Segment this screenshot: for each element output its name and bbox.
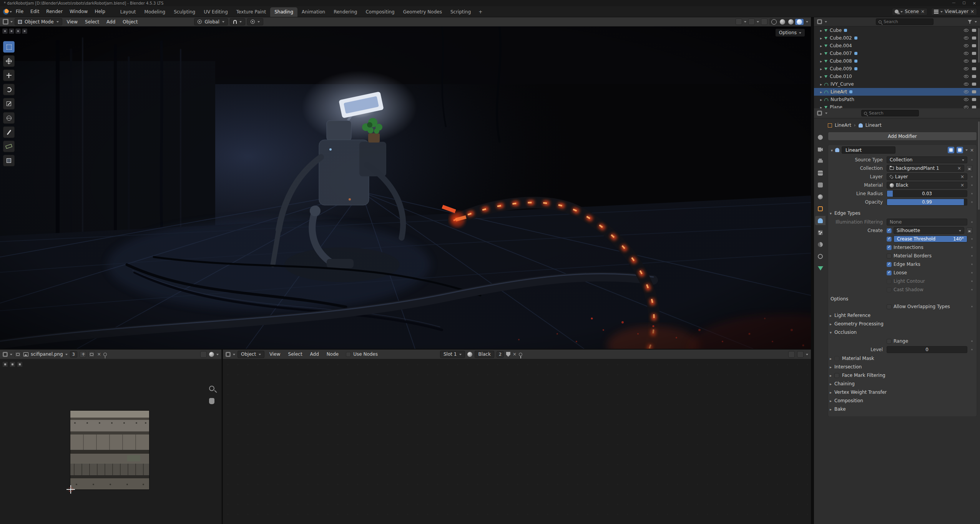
- expand-arrow-icon[interactable]: [820, 97, 822, 102]
- eye-icon[interactable]: [964, 67, 968, 70]
- animate-dot-icon[interactable]: [971, 264, 973, 265]
- open-image-button[interactable]: [88, 351, 95, 358]
- eye-icon[interactable]: [964, 83, 968, 86]
- image-editor-caret-icon[interactable]: [10, 354, 12, 357]
- eye-icon[interactable]: [964, 52, 968, 55]
- outliner-scrollbar[interactable]: [978, 28, 980, 63]
- section-geometry-processing[interactable]: Geometry Processing: [828, 320, 977, 328]
- viewport-menu-select[interactable]: Select: [82, 18, 102, 25]
- animate-dot-icon[interactable]: [971, 184, 973, 186]
- properties-search-input[interactable]: [869, 111, 916, 116]
- show-overlays-button[interactable]: [748, 18, 755, 25]
- expand-arrow-icon[interactable]: [820, 66, 822, 71]
- viewport-toggle-button[interactable]: [9, 28, 14, 34]
- intersections-checkbox[interactable]: [887, 245, 892, 250]
- close-button[interactable]: [973, 1, 976, 6]
- tool-transform-button[interactable]: [3, 112, 15, 124]
- tool-annotate-button[interactable]: [3, 126, 15, 138]
- shading-material-button[interactable]: [787, 19, 795, 25]
- scene-browse-caret-icon[interactable]: [900, 11, 903, 14]
- crease-threshold-slider[interactable]: Crease Threshold140°: [894, 235, 967, 242]
- tool-add-cube-button[interactable]: [3, 155, 15, 166]
- snap-node-button[interactable]: [788, 351, 795, 358]
- outliner-search[interactable]: [876, 18, 933, 25]
- shader-type-dropdown[interactable]: Object: [238, 351, 264, 358]
- animate-dot-icon[interactable]: [971, 306, 973, 307]
- editor-type-caret-icon[interactable]: [10, 21, 13, 24]
- animate-dot-icon[interactable]: [971, 255, 973, 257]
- silhouette-checkbox[interactable]: [887, 228, 892, 233]
- properties-scrollbar[interactable]: [978, 121, 980, 210]
- proportional-caret-icon[interactable]: [257, 21, 260, 24]
- tab-tool[interactable]: [815, 133, 826, 142]
- modifier-display-realtime-button[interactable]: [948, 147, 954, 153]
- viewport-menu-view[interactable]: View: [64, 18, 80, 25]
- animate-dot-icon[interactable]: [971, 221, 973, 223]
- outliner-item[interactable]: IVY_Curve: [814, 80, 980, 88]
- section-occlusion[interactable]: Occlusion: [828, 328, 977, 337]
- unlink-material-button[interactable]: [513, 352, 517, 357]
- animate-dot-icon[interactable]: [971, 201, 973, 203]
- image-users-count[interactable]: 3: [70, 351, 77, 358]
- fake-user-shield-icon[interactable]: [506, 352, 510, 357]
- camera-icon[interactable]: [972, 52, 976, 55]
- new-image-button[interactable]: [80, 351, 86, 358]
- node-menu-view[interactable]: View: [267, 351, 283, 358]
- tab-world[interactable]: [815, 192, 826, 201]
- blender-menu-caret-icon[interactable]: [10, 11, 12, 14]
- view-layer-unlink-button[interactable]: [970, 9, 974, 14]
- display-channels-icon[interactable]: [209, 352, 214, 357]
- minimize-button[interactable]: [952, 1, 955, 6]
- outliner-item-selected[interactable]: LineArt: [814, 88, 980, 96]
- eye-icon[interactable]: [964, 60, 968, 63]
- tab-particles[interactable]: [815, 228, 826, 237]
- workspace-tab-layout[interactable]: Layout: [116, 7, 140, 17]
- expand-arrow-icon[interactable]: [820, 58, 822, 64]
- tool-rotate-button[interactable]: [3, 84, 15, 95]
- material-field[interactable]: Black: [887, 182, 967, 189]
- viewport-menu-object[interactable]: Object: [120, 18, 140, 25]
- toolbar-toggle-button[interactable]: [2, 361, 8, 367]
- section-intersection[interactable]: Intersection: [828, 363, 977, 371]
- outliner-item[interactable]: Cube.009: [814, 65, 980, 73]
- gizmo-caret-icon[interactable]: [744, 21, 746, 24]
- layer-field[interactable]: Layer: [887, 173, 967, 180]
- menu-item-help[interactable]: Help: [91, 8, 108, 15]
- edge-marks-checkbox[interactable]: [887, 262, 892, 267]
- outliner-item[interactable]: Cube.007: [814, 50, 980, 57]
- tab-scene[interactable]: [815, 180, 826, 189]
- camera-icon[interactable]: [972, 67, 976, 70]
- node-overlays-caret-icon[interactable]: [806, 354, 808, 357]
- section-vertex-weight-transfer[interactable]: Vertex Weight Transfer: [828, 388, 977, 396]
- zoom-tool-button[interactable]: [209, 386, 214, 391]
- outliner-filter-caret-icon[interactable]: [975, 21, 977, 24]
- viewport-toggle-button[interactable]: [2, 28, 8, 34]
- animate-dot-icon[interactable]: [971, 159, 973, 161]
- viewport-toggle-button[interactable]: [22, 28, 27, 34]
- tab-output[interactable]: [815, 156, 826, 166]
- shader-editor-canvas[interactable]: [223, 360, 811, 524]
- illumination-filtering-dropdown[interactable]: None: [887, 219, 967, 226]
- animate-dot-icon[interactable]: [971, 280, 973, 282]
- allow-overlapping-checkbox[interactable]: [887, 304, 892, 309]
- collection-unlink-button[interactable]: [957, 166, 961, 171]
- tool-measure-button[interactable]: [3, 141, 15, 152]
- image-name[interactable]: scifipanel.png: [31, 352, 63, 357]
- expand-arrow-icon[interactable]: [820, 81, 822, 87]
- menu-item-edit[interactable]: Edit: [27, 8, 42, 15]
- menu-item-file[interactable]: File: [13, 8, 27, 15]
- camera-icon[interactable]: [972, 98, 976, 101]
- tool-move-button[interactable]: [3, 70, 15, 81]
- range-checkbox[interactable]: [887, 339, 892, 344]
- eye-icon[interactable]: [964, 75, 968, 78]
- eye-icon[interactable]: [964, 29, 968, 32]
- section-composition[interactable]: Composition: [828, 396, 977, 405]
- blender-logo-icon[interactable]: [3, 9, 9, 15]
- tab-object-data[interactable]: [815, 264, 826, 273]
- menu-item-render[interactable]: Render: [43, 8, 66, 15]
- workspace-tab-texture-paint[interactable]: Texture Paint: [232, 7, 270, 17]
- tab-render[interactable]: [815, 144, 826, 154]
- pan-hand-button[interactable]: [209, 398, 214, 404]
- outliner-filter-button[interactable]: [968, 20, 972, 24]
- snap-toggle[interactable]: [230, 18, 245, 25]
